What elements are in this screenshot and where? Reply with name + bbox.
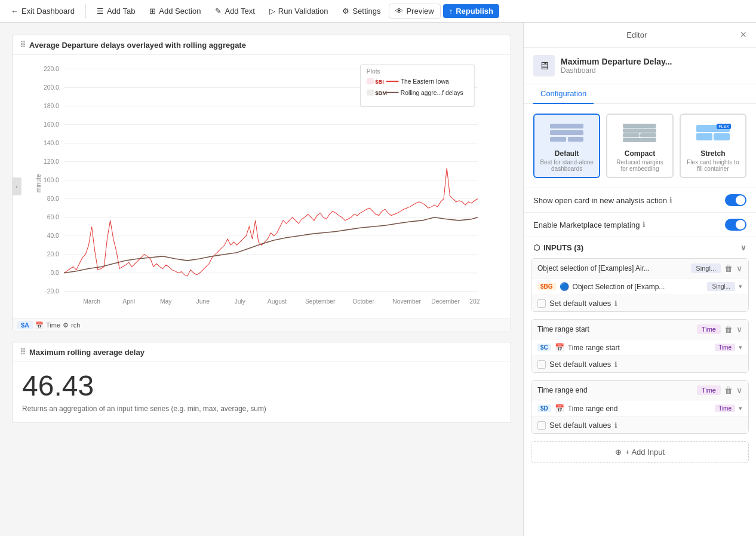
drag-handle-2-icon[interactable]: ⠿ bbox=[20, 347, 26, 357]
svg-rect-40 bbox=[367, 78, 374, 84]
add-input-icon: ⊕ bbox=[615, 448, 622, 457]
input-3-icon: 📅 bbox=[555, 404, 564, 413]
svg-text:202: 202 bbox=[469, 298, 480, 305]
settings-icon: ⚙ bbox=[342, 7, 349, 16]
svg-text:$BM: $BM bbox=[375, 90, 387, 96]
layout-option-default[interactable]: Default Best for stand-alone dashboards bbox=[533, 114, 600, 178]
input-3-default-label: Set default values bbox=[549, 421, 611, 430]
enable-marketplace-row: Enable Marketplace templating ℹ bbox=[524, 213, 756, 237]
input-1-default-info-icon[interactable]: ℹ bbox=[614, 299, 617, 308]
input-1-default-checkbox[interactable] bbox=[537, 299, 546, 308]
settings-button[interactable]: ⚙ Settings bbox=[336, 4, 386, 18]
republish-icon: ↑ bbox=[449, 7, 453, 16]
exit-dashboard-button[interactable]: ← Exit Dashboard bbox=[5, 4, 81, 18]
x-axis-calendar-icon: 📅 bbox=[35, 321, 44, 329]
input-3-default-info-icon[interactable]: ℹ bbox=[614, 421, 617, 430]
input-group-3-expand-btn[interactable]: ∨ bbox=[736, 385, 742, 395]
layout-compact-desc: Reduced margins for embedding bbox=[612, 159, 667, 172]
input-group-object-selection: Object selection of [Examples] Air... Si… bbox=[531, 258, 749, 312]
input-group-time-end: Time range end Time 🗑 ∨ $D 📅 Time range … bbox=[531, 380, 749, 434]
add-text-button[interactable]: ✎ Add Text bbox=[209, 4, 260, 18]
editor-title: Editor bbox=[626, 30, 647, 39]
svg-text:The Eastern Iowa: The Eastern Iowa bbox=[401, 78, 449, 85]
svg-text:March: March bbox=[83, 298, 100, 305]
chart-card-1: ⠿ Average Departure delays overlayed wit… bbox=[12, 35, 511, 332]
input-2-icon: 📅 bbox=[555, 343, 564, 352]
add-tab-button[interactable]: ☰ Add Tab bbox=[91, 4, 141, 18]
layout-default-desc: Best for stand-alone dashboards bbox=[539, 159, 594, 172]
enable-marketplace-toggle[interactable] bbox=[725, 219, 746, 231]
dashboard-info: 🖥 Maximum Departure Delay... Dashboard bbox=[524, 48, 756, 84]
input-group-3-label: Time range end bbox=[537, 386, 697, 394]
editor-close-button[interactable]: × bbox=[740, 29, 746, 41]
dashboard-type: Dashboard bbox=[561, 66, 672, 75]
input-1-icon: 🔵 bbox=[560, 282, 569, 291]
input-group-2-expand-btn[interactable]: ∨ bbox=[736, 324, 742, 334]
editor-header: Editor × bbox=[524, 23, 756, 48]
input-group-1-actions: Singl... 🗑 ∨ bbox=[691, 264, 742, 273]
svg-text:140.0: 140.0 bbox=[44, 140, 59, 146]
svg-text:-20.0: -20.0 bbox=[45, 288, 59, 295]
collapse-arrow[interactable]: ‹ bbox=[12, 177, 21, 195]
input-1-dropdown-icon[interactable]: ▾ bbox=[739, 283, 742, 290]
input-group-3-header: Time range end Time 🗑 ∨ bbox=[531, 381, 748, 400]
layout-default-preview bbox=[539, 120, 594, 146]
input-group-1-subrow: $BG 🔵 Object Selection of [Examp... Sing… bbox=[531, 278, 748, 295]
drag-handle-icon[interactable]: ⠿ bbox=[20, 40, 26, 50]
input-group-3-delete-btn[interactable]: 🗑 bbox=[724, 385, 733, 395]
layout-option-stretch[interactable]: FLEX Stretch Flex card heights to fill c… bbox=[680, 114, 746, 178]
svg-text:Rolling aggre...f delays: Rolling aggre...f delays bbox=[401, 90, 463, 96]
input-group-1-header: Object selection of [Examples] Air... Si… bbox=[531, 259, 748, 278]
input-group-1-type-btn[interactable]: Singl... bbox=[691, 264, 721, 273]
chart-1-x-axis-bar: $A 📅 Time ⚙ rch bbox=[13, 318, 511, 332]
svg-text:60.0: 60.0 bbox=[47, 214, 59, 220]
editor-panel: Editor × 🖥 Maximum Departure Delay... Da… bbox=[523, 23, 756, 536]
input-1-default-row: Set default values ℹ bbox=[531, 295, 748, 311]
chart-1-header: ⠿ Average Departure delays overlayed wit… bbox=[13, 35, 511, 55]
input-group-2-delete-btn[interactable]: 🗑 bbox=[724, 324, 733, 334]
svg-text:120.0: 120.0 bbox=[44, 158, 59, 165]
metric-description: Returns an aggregation of an input time … bbox=[13, 405, 511, 422]
svg-text:200.0: 200.0 bbox=[44, 84, 59, 91]
show-open-card-info-icon[interactable]: ℹ bbox=[669, 196, 672, 204]
add-section-button[interactable]: ⊞ Add Section bbox=[143, 4, 207, 18]
input-group-2-header: Time range start Time 🗑 ∨ bbox=[531, 320, 748, 339]
input-2-default-info-icon[interactable]: ℹ bbox=[614, 360, 617, 369]
input-3-default-checkbox[interactable] bbox=[537, 421, 546, 430]
republish-button[interactable]: ↑ Republish bbox=[443, 4, 499, 18]
input-2-dropdown-icon[interactable]: ▾ bbox=[739, 344, 742, 351]
svg-text:June: June bbox=[196, 298, 210, 305]
svg-text:0.0: 0.0 bbox=[50, 269, 59, 276]
input-group-1-label: Object selection of [Examples] Air... bbox=[537, 264, 691, 272]
svg-text:180.0: 180.0 bbox=[44, 103, 59, 109]
enable-marketplace-info-icon[interactable]: ℹ bbox=[643, 220, 646, 229]
svg-text:minute: minute bbox=[35, 174, 42, 192]
svg-text:September: September bbox=[305, 298, 336, 305]
enable-marketplace-label: Enable Marketplace templating ℹ bbox=[533, 220, 646, 229]
tab-configuration[interactable]: Configuration bbox=[533, 84, 594, 104]
add-input-button[interactable]: ⊕ + Add Input bbox=[531, 441, 749, 463]
layout-option-compact[interactable]: Compact Reduced margins for embedding bbox=[606, 114, 673, 178]
svg-text:$BI: $BI bbox=[375, 79, 383, 85]
input-group-2-type-btn[interactable]: Time bbox=[697, 324, 721, 334]
input-group-3-type-btn[interactable]: Time bbox=[697, 385, 721, 395]
chart-1-svg: 220.0 200.0 180.0 160.0 140.0 120.0 100.… bbox=[17, 60, 506, 313]
x-axis-tag: $A bbox=[17, 321, 33, 329]
input-group-1-delete-btn[interactable]: 🗑 bbox=[724, 264, 733, 273]
layout-stretch-desc: Flex card heights to fill container bbox=[686, 159, 740, 172]
svg-text:160.0: 160.0 bbox=[44, 121, 59, 128]
run-validation-button[interactable]: ▷ Run Validation bbox=[263, 4, 334, 18]
inputs-label: INPUTS (3) bbox=[543, 243, 583, 252]
x-axis-label: Time bbox=[46, 321, 60, 329]
input-group-1-expand-btn[interactable]: ∨ bbox=[736, 264, 742, 273]
inputs-chevron-icon: ∨ bbox=[740, 243, 746, 252]
input-3-dropdown-icon[interactable]: ▾ bbox=[739, 405, 742, 412]
add-input-label: + Add Input bbox=[625, 448, 665, 457]
x-axis-settings-icon[interactable]: ⚙ bbox=[63, 321, 69, 329]
show-open-card-toggle[interactable] bbox=[725, 194, 746, 206]
input-3-default-row: Set default values ℹ bbox=[531, 417, 748, 433]
input-3-name: Time range end bbox=[568, 405, 711, 413]
preview-button[interactable]: 👁 Preview bbox=[389, 4, 440, 19]
inputs-header[interactable]: ⬡ INPUTS (3) ∨ bbox=[524, 237, 756, 258]
input-2-default-checkbox[interactable] bbox=[537, 360, 546, 369]
